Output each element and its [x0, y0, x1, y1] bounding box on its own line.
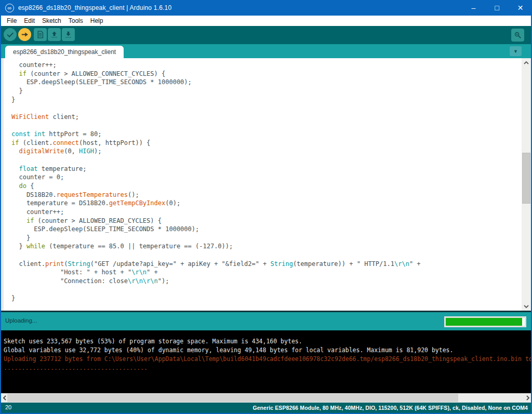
code-line: if (counter > ALLOWED_CONNECT_CYCLES) { — [11, 70, 421, 78]
tab-list-dropdown-button[interactable]: ▼ — [510, 46, 522, 56]
upload-progress-bar — [444, 316, 526, 327]
console-line: Sketch uses 233,567 bytes (53%) of progr… — [4, 337, 531, 346]
upload-progress-fill — [446, 318, 522, 326]
editor-vertical-scrollbar[interactable] — [522, 58, 531, 311]
magnifier-icon — [513, 31, 522, 39]
upload-arrow-dotted-icon — [50, 30, 59, 39]
code-line: digitalWrite(0, HIGH); — [11, 147, 421, 156]
save-sketch-button[interactable] — [62, 28, 75, 41]
code-line — [11, 251, 421, 260]
scrollbar-thumb[interactable] — [7, 394, 458, 402]
scroll-up-arrow[interactable] — [522, 58, 531, 66]
code-line — [11, 121, 421, 130]
arduino-logo-icon: ∞ — [5, 4, 14, 12]
code-line: WiFiClient client; — [11, 113, 421, 122]
serial-monitor-button[interactable] — [511, 29, 524, 42]
right-arrow-icon — [20, 30, 29, 39]
code-line: counter++; — [11, 208, 421, 217]
code-line: if (client.connect(host, httpPort)) { — [11, 139, 421, 148]
menu-item-file[interactable]: File — [3, 16, 20, 26]
download-arrow-dotted-icon — [64, 30, 73, 39]
console-line: Global variables use 32,772 bytes (40%) … — [4, 346, 531, 355]
code-line: } — [11, 234, 421, 243]
status-footer: 20 Generic ESP8266 Module, 80 MHz, 40MHz… — [1, 403, 531, 413]
code-line: if (counter > ALLOWED_READ_CYCLES) { — [11, 217, 421, 225]
code-line: } — [11, 294, 421, 303]
close-button[interactable]: ✕ — [509, 0, 532, 16]
console-line: Uploading 237712 bytes from C:\Users\Use… — [4, 355, 531, 364]
open-sketch-button[interactable] — [48, 28, 61, 41]
tab-bar: esp8266_ds18b20_thingspeak_client ▼ — [1, 44, 531, 58]
title-bar: ∞ esp8266_ds18b20_thingspeak_client | Ar… — [0, 0, 532, 16]
code-line: "Connection: close\r\n\r\n"); — [11, 277, 421, 286]
status-message: Uploading... — [5, 317, 37, 324]
scroll-down-arrow[interactable] — [522, 302, 531, 311]
upload-button[interactable] — [18, 28, 31, 41]
menu-item-sketch[interactable]: Sketch — [38, 16, 65, 26]
tab-active[interactable]: esp8266_ds18b20_thingspeak_client — [5, 46, 124, 58]
arduino-ide-window: ∞ esp8266_ds18b20_thingspeak_client | Ar… — [0, 0, 532, 414]
scroll-right-arrow[interactable] — [525, 393, 531, 403]
editor-gutter — [1, 58, 4, 311]
toolbar — [1, 26, 531, 44]
check-icon — [6, 30, 15, 39]
code-line: do { — [11, 182, 421, 191]
code-line: temperature = DS18B20.getTempCByIndex(0)… — [11, 199, 421, 208]
code-line: counter = 0; — [11, 173, 421, 182]
scrollbar-thumb[interactable] — [522, 153, 530, 204]
code-line: float temperature; — [11, 165, 421, 173]
upload-status-bar: Uploading... — [1, 311, 531, 330]
code-line: } — [11, 87, 421, 96]
menu-item-edit[interactable]: Edit — [20, 16, 38, 26]
code-line: ESP.deepSleep(SLEEP_TIME_SECONDS * 10000… — [11, 78, 421, 87]
code-line — [11, 286, 421, 295]
code-line: } while (temperature == 85.0 || temperat… — [11, 242, 421, 251]
window-title: esp8266_ds18b20_thingspeak_client | Ardu… — [18, 4, 171, 11]
code-line: const int httpPort = 80; — [11, 130, 421, 139]
code-line: DS18B20.requestTemperatures(); — [11, 191, 421, 199]
code-line: ESP.deepSleep(SLEEP_TIME_SECONDS * 10000… — [11, 225, 421, 234]
menu-item-help[interactable]: Help — [87, 16, 107, 26]
line-number-indicator: 20 — [5, 404, 11, 410]
code-editor-content: counter++; if (counter > ALLOWED_CONNECT… — [11, 61, 421, 303]
menu-item-tools[interactable]: Tools — [65, 16, 87, 26]
console-line: ........................................ — [4, 364, 531, 372]
new-sketch-button[interactable] — [34, 28, 47, 41]
code-line: "Host: " + host + "\r\n" + — [11, 268, 421, 277]
code-line: } — [11, 96, 421, 104]
maximize-button[interactable]: □ — [485, 0, 509, 16]
console-horizontal-scrollbar[interactable] — [1, 393, 531, 403]
code-line: client.print(String("GET /update?api_key… — [11, 260, 421, 269]
code-line: counter++; — [11, 61, 421, 70]
menu-bar: FileEditSketchToolsHelp — [1, 16, 531, 26]
window-controls: – □ ✕ — [462, 0, 532, 16]
code-editor[interactable]: counter++; if (counter > ALLOWED_CONNECT… — [1, 58, 531, 311]
code-line — [11, 104, 421, 113]
board-info: Generic ESP8266 Module, 80 MHz, 40MHz, D… — [252, 405, 528, 411]
chevron-down-icon: ▼ — [513, 49, 518, 54]
minimize-button[interactable]: – — [462, 0, 485, 16]
scroll-left-arrow[interactable] — [1, 393, 7, 403]
verify-button[interactable] — [4, 28, 17, 41]
tab-label: esp8266_ds18b20_thingspeak_client — [13, 48, 116, 56]
code-line — [11, 156, 421, 165]
document-icon — [36, 30, 45, 39]
console-output: Sketch uses 233,567 bytes (53%) of progr… — [1, 330, 531, 393]
